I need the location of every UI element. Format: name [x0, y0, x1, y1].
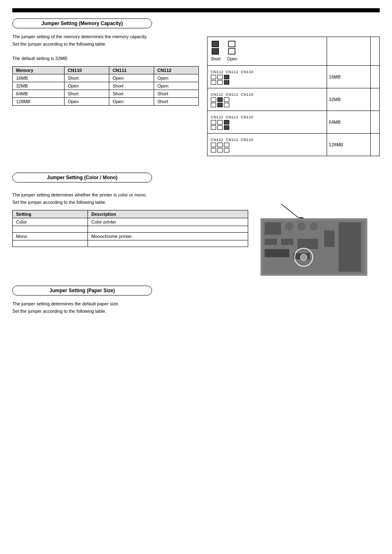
section2-header: Jumper Setting (Color / Mono)	[12, 173, 152, 182]
board-diagram-svg	[256, 196, 371, 278]
section3-body: The jumper setting determines the defaul…	[12, 300, 380, 315]
svg-rect-15	[339, 222, 361, 272]
jumper-legend: Short Open	[211, 40, 323, 61]
cn111-64mb	[217, 120, 223, 130]
desc-128mb	[371, 134, 380, 156]
svg-rect-17	[265, 249, 289, 257]
section1-left: The jumper setting of the memory determi…	[12, 33, 199, 163]
cn112-128mb	[211, 143, 216, 152]
jumper-diagram-64mb: CN112 CN111 CN110	[208, 111, 327, 134]
jumper-diagram-32mb: CN112 CN111 CN110	[208, 88, 327, 111]
svg-rect-13	[281, 239, 293, 245]
section1-right: Short Open	[207, 33, 380, 163]
section1: Jumper Setting (Memory Capacity) The jum…	[12, 18, 380, 163]
cn110-128mb	[224, 143, 229, 152]
setting-128mb: 128MB	[327, 134, 371, 156]
desc-64mb	[371, 111, 380, 134]
section2-right	[256, 192, 380, 279]
jumper-legend-cell: Short Open	[208, 37, 327, 66]
cn-group-16mb: CN112 CN111 CN110	[211, 70, 254, 85]
svg-rect-10	[297, 222, 306, 231]
svg-rect-3	[228, 48, 235, 54]
svg-rect-12	[265, 239, 277, 245]
col-setting: Setting	[13, 210, 88, 218]
section3: Jumper Setting (Paper Size) The jumper s…	[12, 286, 380, 315]
col-memory: Memory	[13, 67, 65, 74]
cn-group-128mb: CN112 CN111 CN110	[211, 138, 254, 152]
svg-rect-11	[310, 222, 318, 231]
col-cn111: CN111	[109, 67, 154, 74]
section2: Jumper Setting (Color / Mono) The jumper…	[12, 173, 380, 279]
svg-rect-9	[285, 222, 293, 231]
svg-rect-2	[228, 41, 235, 47]
section2-left: The jumper setting determines whether th…	[12, 192, 248, 279]
svg-rect-14	[297, 239, 318, 249]
col-cn112: CN112	[154, 67, 198, 74]
svg-rect-16	[324, 231, 334, 247]
cn-group-64mb: CN112 CN111 CN110	[211, 115, 254, 130]
cn112-16mb	[211, 75, 216, 85]
open-label: Open	[227, 57, 237, 61]
svg-rect-8	[265, 222, 281, 235]
section2-table: Setting Description Color Color printer	[12, 210, 248, 247]
table-row: 64MB Short Short Short	[13, 90, 199, 98]
short-label: Short	[211, 57, 221, 61]
desc-16mb	[371, 66, 380, 88]
section1-header: Jumper Setting (Memory Capacity)	[12, 18, 152, 28]
svg-line-4	[281, 204, 302, 220]
cn111-128mb	[217, 143, 223, 152]
jumper-header-desc	[371, 37, 380, 66]
section1-body: The jumper setting of the memory determi…	[12, 33, 199, 62]
table-row: 32MB Open Short Open	[13, 82, 199, 90]
section3-header: Jumper Setting (Paper Size)	[12, 286, 152, 295]
cn110-32mb	[224, 97, 229, 107]
svg-point-20	[300, 254, 307, 261]
svg-rect-1	[212, 48, 219, 54]
jumper-row-32mb: CN112 CN111 CN110	[208, 88, 380, 111]
table-row: 16MB Short Open Open	[13, 74, 199, 82]
jumper-diagram-table: Short Open	[207, 37, 380, 156]
table-row	[13, 226, 248, 233]
cn-group-32mb: CN112 CN111 CN110	[211, 92, 254, 107]
page: Jumper Setting (Memory Capacity) The jum…	[0, 0, 392, 327]
setting-64mb: 64MB	[327, 111, 371, 134]
jumper-row-16mb: CN112 CN111 CN110	[208, 66, 380, 88]
jumper-header-setting	[327, 37, 371, 66]
cn112-64mb	[211, 120, 216, 130]
setting-32mb: 32MB	[327, 88, 371, 111]
setting-16mb: 16MB	[327, 66, 371, 88]
col-desc: Description	[88, 210, 248, 218]
cn112-32mb	[211, 97, 216, 107]
jumper-row-128mb: CN112 CN111 CN110	[208, 134, 380, 156]
table-row	[13, 240, 248, 247]
jumper-diagram-16mb: CN112 CN111 CN110	[208, 66, 327, 88]
jumper-row-64mb: CN112 CN111 CN110	[208, 111, 380, 134]
col-cn110: CN110	[64, 67, 109, 74]
table-row: Mono Monochrome printer	[13, 233, 248, 240]
table-row: 128MB Open Open Short	[13, 98, 199, 106]
table-row: Color Color printer	[13, 218, 248, 226]
cn111-16mb	[217, 75, 223, 85]
short-diagram: Short	[211, 40, 221, 61]
section1-table: Memory CN110 CN111 CN112 16MB Short Open…	[12, 66, 199, 106]
svg-rect-0	[212, 41, 219, 47]
section2-body: The jumper setting determines whether th…	[12, 192, 248, 206]
cn111-32mb	[217, 97, 223, 107]
top-bar	[12, 8, 380, 12]
cn110-16mb	[224, 75, 229, 85]
jumper-diagram-128mb: CN112 CN111 CN110	[208, 134, 327, 156]
open-diagram: Open	[227, 40, 237, 61]
desc-32mb	[371, 88, 380, 111]
cn110-64mb	[224, 120, 229, 130]
